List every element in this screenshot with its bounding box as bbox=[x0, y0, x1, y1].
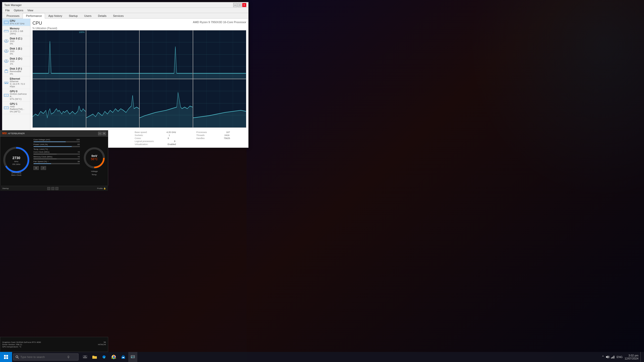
network-icon[interactable] bbox=[611, 355, 615, 359]
threads-row: Threads 2416 bbox=[196, 134, 246, 137]
taskbar: ⌃ ENG 3:02 pm 12/07/2024 bbox=[0, 352, 644, 362]
cpu-header: CPU AMD Ryzen 9 7950X3D 16-Core Processo… bbox=[32, 21, 246, 26]
edge-icon[interactable] bbox=[100, 352, 109, 362]
sidebar-item-ethernet[interactable]: Ethernet Ethernet S: 24.0 R: 72.0 Kbps bbox=[2, 76, 30, 89]
afterburner-close[interactable]: ✕ bbox=[102, 132, 106, 135]
svg-rect-112 bbox=[131, 357, 133, 357]
disk1-icon bbox=[4, 49, 9, 54]
svg-rect-113 bbox=[131, 357, 132, 358]
ethernet-icon bbox=[4, 80, 9, 85]
close-button[interactable]: ✕ bbox=[242, 3, 246, 7]
sidebar-item-disk3[interactable]: Disk 3 (F:) Removable 0% bbox=[2, 66, 30, 76]
system-tray: ⌃ bbox=[601, 355, 615, 359]
tab-processes[interactable]: Processes bbox=[3, 13, 23, 18]
gpu-temp-widget: Graphics Card: NVIDIA GeForce RTX 4090 5… bbox=[0, 337, 108, 352]
svg-rect-103 bbox=[92, 356, 97, 359]
tab-performance[interactable]: Performance bbox=[23, 13, 45, 19]
power-limit-label: Power Limit (%) bbox=[33, 143, 48, 146]
power-limit-value: 83 bbox=[77, 143, 80, 146]
minimize-button[interactable]: — bbox=[233, 3, 237, 7]
taskview-icon[interactable] bbox=[80, 352, 90, 362]
svg-marker-53 bbox=[193, 73, 246, 79]
svg-text:MHz: MHz bbox=[14, 160, 18, 163]
ethernet-sidebar-text: Ethernet Ethernet S: 24.0 R: 72.0 Kbps bbox=[10, 77, 29, 88]
search-box[interactable] bbox=[13, 353, 78, 360]
sidebar-item-disk0[interactable]: Disk 0 (C:) SSD 0% bbox=[2, 36, 30, 46]
menu-file[interactable]: File bbox=[3, 8, 12, 12]
menu-bar: File Options View bbox=[2, 8, 248, 13]
afterburner-icon1[interactable] bbox=[47, 187, 50, 190]
sidebar-item-gpu1[interactable]: GPU 1 AMD Radeon(TM)... 0% (48°C) bbox=[2, 102, 30, 114]
taskmanager-taskbar-icon[interactable] bbox=[128, 352, 137, 362]
afterburner-minimize[interactable]: — bbox=[98, 132, 102, 135]
title-bar: Task Manager — □ ✕ bbox=[2, 2, 248, 8]
svg-rect-100 bbox=[85, 355, 87, 357]
menu-options[interactable]: Options bbox=[12, 8, 25, 12]
graph-label: % Utilization (Paused) bbox=[32, 27, 246, 30]
svg-rect-93 bbox=[4, 357, 6, 359]
afterburner-icon3[interactable] bbox=[55, 187, 58, 190]
menu-view[interactable]: View bbox=[25, 8, 35, 12]
maximize-button[interactable]: □ bbox=[238, 3, 242, 7]
svg-rect-1 bbox=[5, 21, 8, 23]
gpu-temp-gpu-label: Graphics Card: NVIDIA GeForce RTX 4090 bbox=[2, 341, 41, 343]
afterburner-title: AFTERBURNER bbox=[8, 132, 25, 135]
tab-app-history[interactable]: App history bbox=[45, 13, 65, 18]
file-explorer-icon[interactable] bbox=[90, 352, 99, 362]
svg-rect-104 bbox=[92, 356, 94, 356]
cpu-graph-core3 bbox=[140, 30, 193, 79]
tab-startup[interactable]: Startup bbox=[65, 13, 81, 18]
speaker-icon[interactable] bbox=[606, 355, 610, 359]
svg-point-107 bbox=[113, 356, 115, 358]
language-indicator[interactable]: ENG bbox=[617, 355, 623, 358]
search-voice-icon bbox=[67, 355, 70, 359]
sidebar-item-disk2[interactable]: Disk 2 (D:) SSD 1% bbox=[2, 56, 30, 66]
fan-speed-value: 38 bbox=[77, 160, 80, 163]
svg-rect-2 bbox=[4, 30, 9, 32]
svg-rect-94 bbox=[6, 357, 8, 359]
search-input[interactable] bbox=[20, 355, 66, 358]
gpu-temp-mhz: 56 bbox=[104, 341, 106, 343]
svg-rect-109 bbox=[123, 357, 124, 358]
search-icon bbox=[15, 355, 19, 359]
sidebar-item-disk1[interactable]: Disk 1 (E:) SSD 0% bbox=[2, 46, 30, 56]
clock-time: 3:02 pm bbox=[628, 354, 638, 357]
gpu0-icon bbox=[4, 93, 9, 98]
sidebar-item-cpu[interactable]: CPU 97% 4.87 GHz bbox=[2, 19, 30, 26]
svg-rect-4 bbox=[6, 30, 6, 30]
window-controls: — □ ✕ bbox=[233, 3, 246, 7]
disk3-sidebar-text: Disk 3 (F:) Removable 0% bbox=[10, 67, 22, 75]
core-clock-value: +0 bbox=[77, 151, 80, 153]
stat-base-speed: Base speed: 4.20 GHz Sockets: 1 Cores: 8… bbox=[135, 130, 192, 146]
temp-limit-label: Temp. Limit (°C) bbox=[33, 148, 48, 150]
svg-text:56°C: 56°C bbox=[91, 157, 98, 161]
svg-rect-25 bbox=[7, 107, 8, 109]
tray-icon1: ⌃ bbox=[601, 355, 605, 359]
tab-services[interactable]: Services bbox=[110, 13, 127, 18]
cpu-model: AMD Ryzen 9 7950X3D 16-Core Processor bbox=[193, 21, 246, 24]
svg-point-9 bbox=[6, 40, 7, 41]
tab-details[interactable]: Details bbox=[95, 13, 110, 18]
show-desktop-button[interactable] bbox=[640, 352, 642, 362]
start-button[interactable] bbox=[0, 352, 12, 362]
cpu-graphs-grid: 100% bbox=[32, 30, 246, 128]
svg-text:0mV: 0mV bbox=[91, 154, 97, 157]
afterburner-reset-button[interactable]: ↺ bbox=[41, 166, 46, 170]
chrome-icon[interactable] bbox=[109, 352, 118, 362]
sidebar-item-gpu0[interactable]: GPU 0 NVIDIA GeForce R... 97% (55°C) bbox=[2, 89, 30, 102]
svg-rect-18 bbox=[5, 83, 6, 84]
tab-users[interactable]: Users bbox=[81, 13, 95, 18]
memory-icon bbox=[4, 29, 9, 34]
afterburner-settings-button[interactable]: ⚙ bbox=[33, 166, 39, 170]
cpu-graph-core2 bbox=[86, 30, 139, 79]
svg-line-96 bbox=[18, 358, 19, 359]
temp-label: Temp. bbox=[92, 173, 97, 176]
store-icon[interactable] bbox=[119, 352, 128, 362]
svg-rect-99 bbox=[83, 355, 85, 357]
disk0-sidebar-text: Disk 0 (C:) SSD 0% bbox=[10, 37, 22, 45]
afterburner-icon2[interactable] bbox=[51, 187, 54, 190]
sidebar-item-memory[interactable]: Memory 12.2/31.1 GB (39%) bbox=[2, 26, 30, 36]
memory-clock-value: +0 bbox=[77, 156, 80, 158]
system-clock[interactable]: 3:02 pm 12/07/2024 bbox=[625, 354, 638, 360]
svg-rect-114 bbox=[133, 357, 134, 357]
